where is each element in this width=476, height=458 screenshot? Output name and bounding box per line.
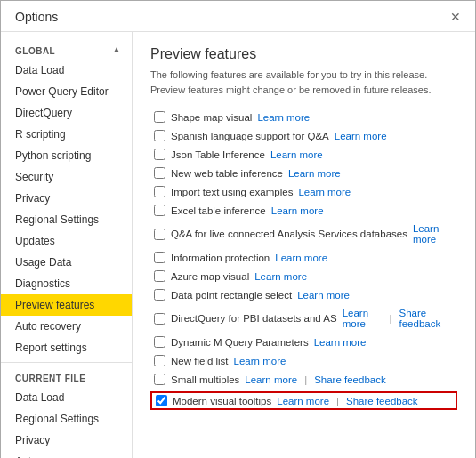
options-dialog: Options ✕ GLOBAL ▲ Data LoadPower Query …: [0, 0, 476, 458]
learn-more-link-5[interactable]: Learn more: [271, 205, 324, 216]
learn-more-link-12[interactable]: Learn more: [234, 356, 286, 366]
feature-label-2: Json Table Inference: [171, 149, 265, 160]
learn-more-link-13[interactable]: Learn more: [245, 374, 297, 385]
sidebar-global-items: Data LoadPower Query EditorDirectQueryR …: [1, 60, 132, 358]
learn-more-link-3[interactable]: Learn more: [288, 168, 341, 179]
feature-item-1: Spanish language support for Q&ALearn mo…: [150, 128, 457, 143]
feature-checkbox-9[interactable]: [154, 289, 165, 301]
learn-more-link-14[interactable]: Learn more: [277, 396, 329, 406]
share-feedback-link-10[interactable]: Share feedback: [399, 308, 454, 329]
link-separator: |: [336, 396, 339, 406]
sidebar-item-python-scripting[interactable]: Python scripting: [1, 145, 132, 166]
feature-item-14: Modern visual tooltipsLearn more|Share f…: [150, 391, 457, 410]
feature-checkbox-5[interactable]: [154, 205, 165, 216]
sidebar-item-auto-recovery[interactable]: Auto recovery: [1, 316, 132, 337]
feature-item-11: Dynamic M Query ParametersLearn more: [150, 334, 457, 350]
sidebar-item-usage-data[interactable]: Usage Data: [1, 252, 132, 273]
learn-more-link-8[interactable]: Learn more: [254, 271, 307, 282]
feature-label-4: Import text using examples: [171, 187, 293, 197]
dialog-title: Options: [15, 10, 58, 24]
feature-label-9: Data point rectangle select: [171, 290, 292, 301]
section-desc: The following features are available for…: [150, 68, 457, 97]
sidebar-item-security[interactable]: Security: [1, 166, 132, 188]
feature-checkbox-3[interactable]: [154, 167, 165, 179]
sidebar-current-file-items: Data LoadRegional SettingsPrivacyAuto re…: [1, 387, 132, 458]
learn-more-link-9[interactable]: Learn more: [297, 290, 350, 301]
sidebar: GLOBAL ▲ Data LoadPower Query EditorDire…: [1, 32, 133, 458]
scroll-up-icon[interactable]: ▲: [112, 44, 125, 54]
sidebar-item-updates[interactable]: Updates: [1, 230, 132, 252]
title-bar: Options ✕: [1, 1, 475, 32]
feature-label-3: New web table inference: [171, 168, 283, 179]
learn-more-link-4[interactable]: Learn more: [298, 187, 351, 197]
feature-item-8: Azure map visualLearn more: [150, 269, 457, 284]
feature-label-11: Dynamic M Query Parameters: [171, 337, 309, 348]
feature-label-14: Modern visual tooltips: [173, 396, 271, 406]
current-file-section-label: CURRENT FILE: [1, 366, 100, 387]
learn-more-link-6[interactable]: Learn more: [413, 223, 454, 245]
feature-item-12: New field listLearn more: [150, 353, 457, 368]
feature-item-5: Excel table inferenceLearn more: [150, 203, 457, 218]
feature-label-5: Excel table inference: [171, 205, 266, 216]
sidebar-item-preview-features[interactable]: Preview features: [1, 294, 132, 316]
feature-label-13: Small multiples: [171, 374, 239, 385]
feature-label-12: New field list: [171, 356, 229, 366]
feature-checkbox-14[interactable]: [156, 395, 167, 406]
sidebar-item-privacy[interactable]: Privacy: [1, 188, 132, 209]
feature-checkbox-2[interactable]: [154, 149, 165, 160]
feature-checkbox-13[interactable]: [154, 374, 165, 385]
feature-item-6: Q&A for live connected Analysis Services…: [150, 221, 457, 246]
feature-item-3: New web table inferenceLearn more: [150, 165, 457, 181]
feature-list: Shape map visualLearn moreSpanish langua…: [150, 109, 457, 411]
sidebar-item-diagnostics[interactable]: Diagnostics: [1, 273, 132, 294]
sidebar-item-report-settings[interactable]: Report settings: [1, 337, 132, 358]
feature-item-10: DirectQuery for PBI datasets and ASLearn…: [150, 306, 457, 331]
learn-more-link-0[interactable]: Learn more: [257, 112, 310, 123]
section-title: Preview features: [150, 46, 457, 62]
feature-item-2: Json Table InferenceLearn more: [150, 147, 457, 162]
feature-checkbox-6[interactable]: [154, 229, 165, 240]
feature-label-7: Information protection: [171, 253, 270, 263]
feature-label-6: Q&A for live connected Analysis Services…: [171, 229, 407, 239]
learn-more-link-2[interactable]: Learn more: [270, 149, 323, 160]
sidebar-item-r-scripting[interactable]: R scripting: [1, 124, 132, 145]
feature-checkbox-7[interactable]: [154, 252, 165, 263]
sidebar-current-item-auto-recovery[interactable]: Auto recovery: [1, 451, 132, 458]
sidebar-separator: [1, 362, 132, 363]
share-feedback-link-14[interactable]: Share feedback: [346, 396, 418, 406]
link-separator: |: [390, 313, 392, 324]
feature-checkbox-1[interactable]: [154, 130, 165, 141]
feature-label-8: Azure map visual: [171, 271, 249, 282]
sidebar-item-data-load[interactable]: Data Load: [1, 60, 132, 81]
main-content: Preview features The following features …: [133, 32, 475, 458]
learn-more-link-7[interactable]: Learn more: [275, 253, 327, 263]
feature-checkbox-8[interactable]: [154, 270, 165, 282]
feature-checkbox-12[interactable]: [154, 355, 165, 366]
feature-checkbox-10[interactable]: [154, 313, 165, 325]
sidebar-current-item-data-load[interactable]: Data Load: [1, 387, 132, 408]
close-button[interactable]: ✕: [447, 8, 464, 26]
sidebar-item-power-query-editor[interactable]: Power Query Editor: [1, 81, 132, 102]
feature-item-7: Information protectionLearn more: [150, 250, 457, 265]
feature-label-1: Spanish language support for Q&A: [171, 131, 329, 141]
feature-item-0: Shape map visualLearn more: [150, 109, 457, 125]
sidebar-item-regional-settings[interactable]: Regional Settings: [1, 209, 132, 230]
feature-item-9: Data point rectangle selectLearn more: [150, 287, 457, 302]
sidebar-current-item-regional-settings[interactable]: Regional Settings: [1, 408, 132, 430]
dialog-body: GLOBAL ▲ Data LoadPower Query EditorDire…: [1, 32, 475, 458]
feature-checkbox-0[interactable]: [154, 111, 165, 123]
global-section-label: GLOBAL: [1, 39, 69, 60]
sidebar-item-directquery[interactable]: DirectQuery: [1, 102, 132, 124]
learn-more-link-10[interactable]: Learn more: [343, 308, 383, 329]
feature-label-10: DirectQuery for PBI datasets and AS: [171, 313, 337, 324]
feature-label-0: Shape map visual: [171, 112, 252, 123]
feature-item-4: Import text using examplesLearn more: [150, 184, 457, 199]
sidebar-current-item-privacy[interactable]: Privacy: [1, 430, 132, 451]
feature-checkbox-11[interactable]: [154, 336, 165, 348]
feature-item-13: Small multiplesLearn more|Share feedback: [150, 372, 457, 387]
share-feedback-link-13[interactable]: Share feedback: [314, 374, 386, 385]
learn-more-link-1[interactable]: Learn more: [335, 131, 387, 141]
feature-checkbox-4[interactable]: [154, 186, 165, 197]
learn-more-link-11[interactable]: Learn more: [314, 337, 367, 348]
link-separator: |: [304, 374, 307, 385]
